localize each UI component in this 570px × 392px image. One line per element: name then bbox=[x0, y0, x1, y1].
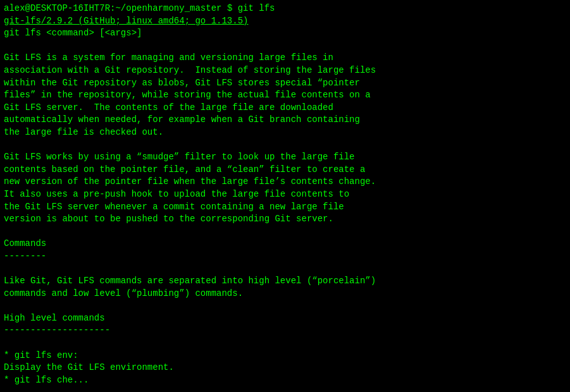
commands-header: Commands bbox=[4, 238, 566, 250]
blank-line-2 bbox=[4, 139, 566, 152]
blank-line-6 bbox=[4, 337, 566, 350]
bullet-2-partial: * git lfs che... bbox=[4, 374, 566, 387]
blank-line-3 bbox=[4, 226, 566, 238]
version-line: git-lfs/2.9.2 (GitHub; linux amd64; go 1… bbox=[4, 15, 566, 28]
high-level-header: High level commands bbox=[4, 312, 566, 325]
usage-line: git lfs <command> [<args>] bbox=[4, 27, 566, 40]
paragraph-1: Git LFS is a system for managing and ver… bbox=[4, 52, 566, 138]
commands-desc: Like Git, Git LFS commands are separated… bbox=[4, 275, 566, 300]
blank-line-4 bbox=[4, 262, 566, 275]
blank-line-1 bbox=[4, 40, 566, 52]
bullet-1-desc: Display the Git LFS environment. bbox=[4, 362, 566, 374]
prompt-command: git lfs bbox=[238, 3, 275, 13]
commands-divider: -------- bbox=[4, 250, 566, 263]
prompt-path: ~/openharmony_master bbox=[115, 3, 221, 13]
paragraph-2: Git LFS works by using a “smudge” filter… bbox=[4, 151, 566, 226]
terminal: alex@DESKTOP-16IHT7R:~/openharmony_maste… bbox=[0, 0, 570, 392]
blank-line-5 bbox=[4, 300, 566, 312]
high-level-divider: -------------------- bbox=[4, 324, 566, 337]
prompt-line: alex@DESKTOP-16IHT7R:~/openharmony_maste… bbox=[4, 3, 566, 15]
prompt-user: alex@DESKTOP-16IHT7R bbox=[4, 3, 110, 13]
bullet-1-cmd: * git lfs env: bbox=[4, 350, 566, 362]
